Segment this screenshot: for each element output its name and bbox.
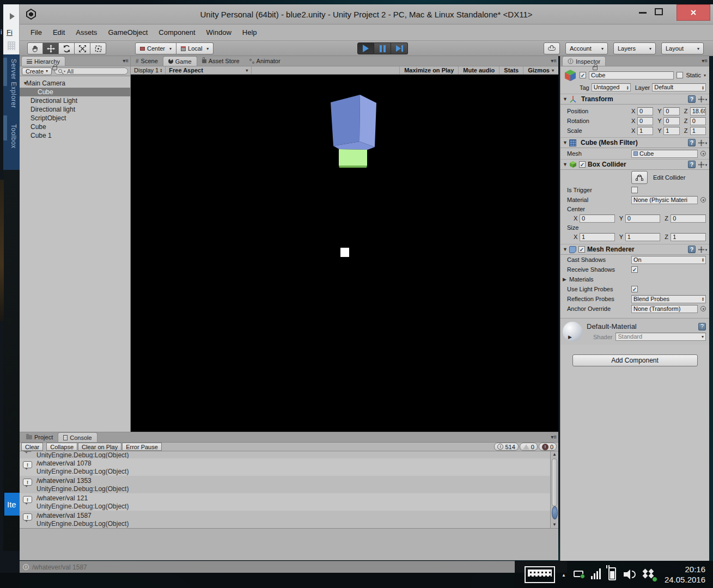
foldout-icon[interactable]: ▼: [563, 247, 569, 252]
shader-dropdown[interactable]: Standard: [616, 333, 706, 341]
log-row-partial[interactable]: UnityEngine.Debug:Log(Object): [20, 451, 558, 458]
tag-dropdown[interactable]: Untagged: [592, 83, 631, 91]
rotate-tool-button[interactable]: [59, 42, 75, 54]
layers-dropdown[interactable]: Layers: [613, 42, 656, 54]
help-icon[interactable]: [688, 161, 696, 168]
tree-item-cube1[interactable]: Cube 1: [20, 131, 130, 140]
vs-tab-server-explorer[interactable]: Server Explorer: [10, 59, 17, 108]
menu-assets[interactable]: Assets: [70, 24, 102, 41]
hand-tool-button[interactable]: [27, 42, 43, 54]
position-x-field[interactable]: 0: [637, 107, 653, 115]
receive-shadows-checkbox[interactable]: [631, 266, 638, 273]
clear-on-play-toggle[interactable]: Clear on Play: [78, 443, 121, 451]
inspector-tab[interactable]: Inspector: [562, 56, 606, 66]
add-component-button[interactable]: Add Component: [572, 354, 698, 366]
tree-item-cube-selected[interactable]: Cube: [20, 88, 130, 96]
game-tab[interactable]: Game: [163, 56, 197, 66]
tree-item-cube2[interactable]: Cube: [20, 122, 130, 131]
center-y-field[interactable]: 0: [625, 215, 661, 223]
help-icon[interactable]: [688, 95, 696, 103]
active-checkbox[interactable]: [580, 72, 586, 78]
foldout-icon[interactable]: ▼: [563, 140, 569, 145]
minimize-button[interactable]: [639, 12, 647, 14]
mesh-field[interactable]: Cube: [631, 150, 698, 158]
tree-item-directional-light-2[interactable]: Directional light: [20, 105, 130, 114]
help-icon[interactable]: [688, 246, 696, 253]
hierarchy-tab[interactable]: Hierarchy: [21, 56, 65, 66]
layer-dropdown[interactable]: Default: [652, 83, 706, 91]
lock-icon[interactable]: [52, 66, 57, 70]
cloud-button[interactable]: [544, 42, 560, 54]
rect-tool-button[interactable]: [90, 42, 106, 54]
reflection-probes-dropdown[interactable]: Blend Probes: [631, 295, 706, 303]
anchor-override-field[interactable]: None (Transform): [631, 305, 698, 313]
project-tab[interactable]: Project: [21, 432, 58, 442]
rotation-x-field[interactable]: 0: [637, 117, 653, 125]
status-bar[interactable]: /whatever/val 1587: [20, 561, 567, 573]
play-button[interactable]: [357, 42, 374, 54]
close-button[interactable]: [677, 4, 710, 21]
mesh-renderer-header[interactable]: ▼ Mesh Renderer: [560, 244, 709, 255]
center-z-field[interactable]: 0: [671, 215, 706, 223]
network-signal-icon[interactable]: [591, 568, 601, 579]
clear-button[interactable]: Clear: [21, 443, 43, 451]
tree-item-scriptobject[interactable]: ScriptObject: [20, 114, 130, 122]
foldout-icon[interactable]: ▶: [563, 277, 569, 282]
name-field[interactable]: Cube: [589, 71, 674, 79]
static-checkbox[interactable]: [677, 72, 683, 78]
info-count-badge[interactable]: 514: [494, 443, 518, 451]
center-x-field[interactable]: 0: [580, 215, 615, 223]
scroll-up-arrow[interactable]: ▲: [551, 451, 558, 458]
gear-icon[interactable]: [698, 139, 707, 146]
vs-file-menu[interactable]: Fi: [7, 28, 13, 36]
size-x-field[interactable]: 1: [580, 233, 615, 241]
foldout-icon[interactable]: ▼: [563, 162, 569, 167]
console-detail-pane[interactable]: [20, 528, 558, 560]
foldout-icon[interactable]: ▼: [20, 81, 26, 86]
scroll-thumb[interactable]: [552, 506, 558, 519]
scale-z-field[interactable]: 1: [690, 127, 706, 135]
tree-item-directional-light[interactable]: Directional Light: [20, 96, 130, 105]
collapse-toggle[interactable]: Collapse: [46, 443, 77, 451]
menu-help[interactable]: Help: [237, 24, 263, 41]
gear-icon[interactable]: [698, 96, 707, 103]
game-view[interactable]: [131, 75, 558, 432]
panel-menu-icon[interactable]: [551, 58, 556, 64]
battery-icon[interactable]: [608, 567, 616, 580]
vs-tab-toolbox[interactable]: Toolbox: [10, 124, 17, 149]
box-collider-header[interactable]: ▼ Box Collider: [560, 159, 709, 170]
asset-store-tab[interactable]: Asset Store: [197, 56, 245, 66]
object-picker-icon[interactable]: [700, 306, 706, 311]
sync-status-icon[interactable]: [574, 571, 583, 577]
object-picker-icon[interactable]: [700, 151, 706, 156]
pivot-toggle-button[interactable]: Center: [135, 42, 176, 54]
size-z-field[interactable]: 1: [671, 233, 706, 241]
rotation-z-field[interactable]: 0: [690, 117, 706, 125]
hierarchy-search-input[interactable]: ▾ All: [54, 68, 128, 75]
menu-component[interactable]: Component: [153, 24, 200, 41]
account-dropdown[interactable]: Account: [565, 42, 608, 54]
dropbox-icon[interactable]: [642, 568, 655, 580]
edit-collider-button[interactable]: [631, 171, 648, 184]
vs-run-icon[interactable]: [10, 13, 15, 20]
foldout-icon[interactable]: ▼: [563, 96, 569, 102]
menu-edit[interactable]: Edit: [47, 24, 70, 41]
scene-tab[interactable]: #Scene: [131, 56, 163, 66]
error-pause-toggle[interactable]: Error Pause: [122, 443, 162, 451]
log-row[interactable]: /whatever/val 121UnityEngine.Debug:Log(O…: [20, 493, 558, 511]
layout-dropdown[interactable]: Layout: [661, 42, 704, 54]
log-row[interactable]: /whatever/val 1353UnityEngine.Debug:Log(…: [20, 476, 558, 493]
console-tab[interactable]: Console: [58, 432, 97, 442]
animator-tab[interactable]: Animator: [245, 56, 285, 66]
scale-y-field[interactable]: 1: [663, 127, 679, 135]
aspect-dropdown[interactable]: Free Aspect: [166, 66, 252, 74]
space-toggle-button[interactable]: Local: [176, 42, 214, 54]
transform-header[interactable]: ▼ Transform: [560, 94, 709, 105]
title-bar[interactable]: Unity Personal (64bit) - blue2.unity - U…: [20, 4, 713, 24]
foldout-icon[interactable]: ▶: [568, 334, 575, 340]
rotation-y-field[interactable]: 0: [663, 117, 679, 125]
taskbar-clock[interactable]: 20:16 24.05.2016: [665, 564, 705, 585]
log-row[interactable]: /whatever/val 1078UnityEngine.Debug:Log(…: [20, 458, 558, 476]
light-probes-checkbox[interactable]: [631, 286, 638, 292]
maximize-button[interactable]: [655, 8, 663, 15]
